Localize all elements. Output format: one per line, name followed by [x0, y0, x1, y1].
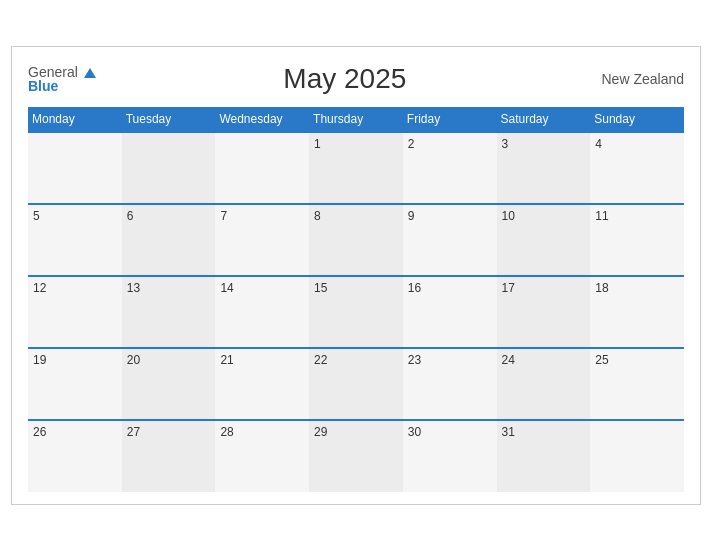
- calendar-cell: 15: [309, 276, 403, 348]
- calendar-cell: 25: [590, 348, 684, 420]
- weekday-header-tuesday: Tuesday: [122, 107, 216, 132]
- calendar-cell: 30: [403, 420, 497, 492]
- day-number: 8: [314, 209, 321, 223]
- calendar-cell: 18: [590, 276, 684, 348]
- weekday-header-saturday: Saturday: [497, 107, 591, 132]
- day-number: 15: [314, 281, 327, 295]
- day-number: 16: [408, 281, 421, 295]
- calendar-cell: 5: [28, 204, 122, 276]
- day-number: 11: [595, 209, 608, 223]
- calendar-cell: [28, 132, 122, 204]
- calendar-cell: 14: [215, 276, 309, 348]
- week-row-2: 567891011: [28, 204, 684, 276]
- day-number: 5: [33, 209, 40, 223]
- calendar-cell: 21: [215, 348, 309, 420]
- calendar-cell: 31: [497, 420, 591, 492]
- week-row-4: 19202122232425: [28, 348, 684, 420]
- day-number: 4: [595, 137, 602, 151]
- calendar-cell: [590, 420, 684, 492]
- month-title: May 2025: [96, 63, 594, 95]
- calendar-cell: 17: [497, 276, 591, 348]
- week-row-1: 1234: [28, 132, 684, 204]
- day-number: 2: [408, 137, 415, 151]
- day-number: 14: [220, 281, 233, 295]
- day-number: 21: [220, 353, 233, 367]
- calendar-cell: 20: [122, 348, 216, 420]
- calendar-cell: 6: [122, 204, 216, 276]
- day-number: 7: [220, 209, 227, 223]
- calendar-cell: 27: [122, 420, 216, 492]
- calendar-cell: 8: [309, 204, 403, 276]
- day-number: 22: [314, 353, 327, 367]
- calendar-cell: 13: [122, 276, 216, 348]
- calendar-cell: 26: [28, 420, 122, 492]
- calendar-cell: 11: [590, 204, 684, 276]
- calendar-cell: [215, 132, 309, 204]
- calendar-cell: 12: [28, 276, 122, 348]
- day-number: 29: [314, 425, 327, 439]
- day-number: 26: [33, 425, 46, 439]
- weekday-header-wednesday: Wednesday: [215, 107, 309, 132]
- calendar-cell: 28: [215, 420, 309, 492]
- day-number: 3: [502, 137, 509, 151]
- day-number: 19: [33, 353, 46, 367]
- day-number: 6: [127, 209, 134, 223]
- weekday-header-thursday: Thursday: [309, 107, 403, 132]
- calendar-cell: 10: [497, 204, 591, 276]
- day-number: 10: [502, 209, 515, 223]
- day-number: 28: [220, 425, 233, 439]
- day-number: 1: [314, 137, 321, 151]
- calendar-cell: 22: [309, 348, 403, 420]
- calendar-cell: 9: [403, 204, 497, 276]
- logo-general-text: General: [28, 65, 96, 79]
- week-row-5: 262728293031: [28, 420, 684, 492]
- calendar-cell: 7: [215, 204, 309, 276]
- weekday-header-friday: Friday: [403, 107, 497, 132]
- day-number: 13: [127, 281, 140, 295]
- day-number: 17: [502, 281, 515, 295]
- weekday-header-row: MondayTuesdayWednesdayThursdayFridaySatu…: [28, 107, 684, 132]
- day-number: 23: [408, 353, 421, 367]
- calendar-cell: 24: [497, 348, 591, 420]
- calendar-cell: 16: [403, 276, 497, 348]
- week-row-3: 12131415161718: [28, 276, 684, 348]
- calendar-cell: 2: [403, 132, 497, 204]
- calendar-cell: 29: [309, 420, 403, 492]
- logo-triangle-icon: [84, 68, 96, 78]
- calendar-cell: 4: [590, 132, 684, 204]
- calendar-table: MondayTuesdayWednesdayThursdayFridaySatu…: [28, 107, 684, 492]
- calendar-cell: [122, 132, 216, 204]
- weekday-header-sunday: Sunday: [590, 107, 684, 132]
- logo: General Blue: [28, 65, 96, 93]
- day-number: 31: [502, 425, 515, 439]
- day-number: 9: [408, 209, 415, 223]
- calendar-header: General Blue May 2025 New Zealand: [28, 63, 684, 95]
- day-number: 25: [595, 353, 608, 367]
- day-number: 30: [408, 425, 421, 439]
- weekday-header-monday: Monday: [28, 107, 122, 132]
- calendar-cell: 1: [309, 132, 403, 204]
- day-number: 27: [127, 425, 140, 439]
- day-number: 24: [502, 353, 515, 367]
- calendar-cell: 3: [497, 132, 591, 204]
- logo-blue-text: Blue: [28, 79, 58, 93]
- day-number: 18: [595, 281, 608, 295]
- day-number: 12: [33, 281, 46, 295]
- country-label: New Zealand: [594, 71, 684, 87]
- calendar-cell: 23: [403, 348, 497, 420]
- calendar-container: General Blue May 2025 New Zealand Monday…: [11, 46, 701, 505]
- calendar-cell: 19: [28, 348, 122, 420]
- day-number: 20: [127, 353, 140, 367]
